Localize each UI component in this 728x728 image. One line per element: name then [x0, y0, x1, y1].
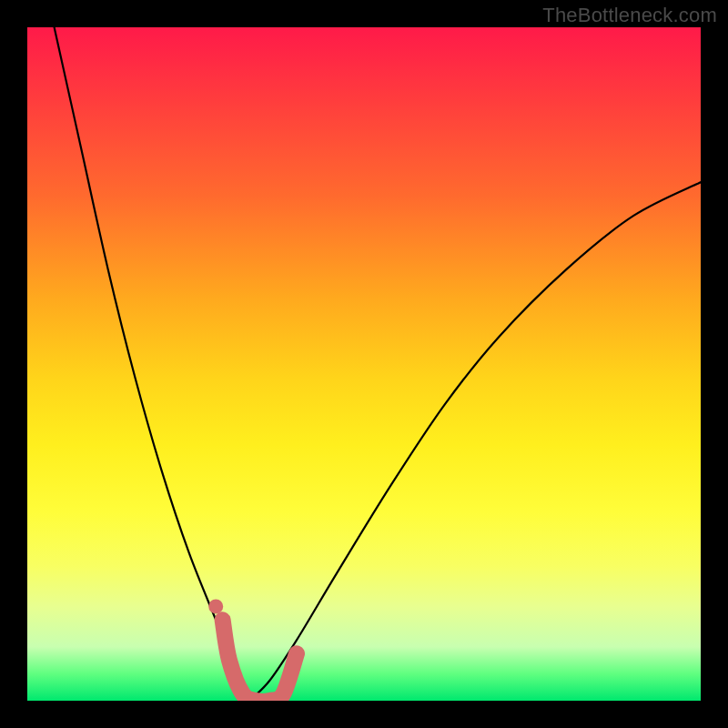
- valley-marker: [223, 620, 297, 701]
- left-curve: [55, 27, 250, 701]
- chart-svg: [27, 27, 701, 701]
- chart-frame: TheBottleneck.com: [0, 0, 728, 728]
- right-curve: [249, 182, 701, 701]
- valley-marker-dot: [208, 599, 223, 613]
- watermark-text: TheBottleneck.com: [542, 4, 717, 27]
- plot-area: [27, 27, 701, 701]
